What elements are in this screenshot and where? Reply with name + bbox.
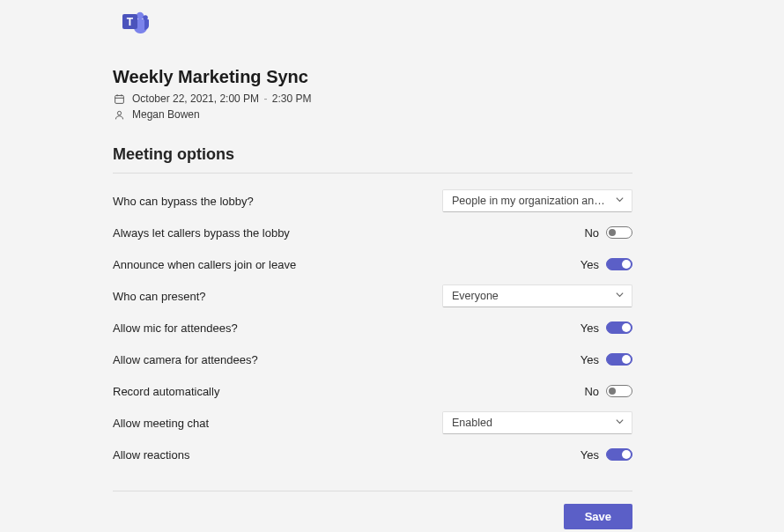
toggle-state: Yes xyxy=(581,448,599,462)
option-announce-join-leave: Announce when callers join or leave Yes xyxy=(113,253,632,276)
option-label: Allow mic for attendees? xyxy=(113,321,238,335)
option-callers-bypass: Always let callers bypass the lobby No xyxy=(113,221,632,244)
option-label: Who can bypass the lobby? xyxy=(113,195,254,208)
meeting-start: October 22, 2021, 2:00 PM xyxy=(132,92,259,105)
option-label: Allow camera for attendees? xyxy=(113,353,258,366)
organizer-row: Megan Bowen xyxy=(113,108,632,121)
option-label: Allow reactions xyxy=(113,448,189,462)
calendar-icon xyxy=(113,92,125,105)
allow-mic-toggle[interactable] xyxy=(606,321,632,334)
record-auto-toggle[interactable] xyxy=(606,385,632,397)
dropdown-value: Enabled xyxy=(452,417,492,429)
option-allow-mic: Allow mic for attendees? Yes xyxy=(113,316,632,339)
divider xyxy=(113,173,632,174)
announce-toggle[interactable] xyxy=(606,258,632,270)
callers-bypass-toggle[interactable] xyxy=(606,226,632,239)
teams-logo-icon: T xyxy=(118,5,632,41)
option-label: Allow meeting chat xyxy=(113,417,209,430)
svg-point-0 xyxy=(137,12,144,19)
toggle-state: Yes xyxy=(581,353,599,366)
svg-rect-4 xyxy=(115,95,123,103)
option-record-auto: Record automatically No xyxy=(113,380,632,403)
meeting-end: 2:30 PM xyxy=(272,92,312,105)
option-label: Who can present? xyxy=(113,290,206,303)
toggle-state: No xyxy=(584,226,599,240)
time-separator: - xyxy=(263,92,267,105)
option-allow-reactions: Allow reactions Yes xyxy=(113,443,632,466)
option-label: Always let callers bypass the lobby xyxy=(113,226,290,240)
option-allow-camera: Allow camera for attendees? Yes xyxy=(113,348,632,371)
dropdown-value: People in my organization and gu… xyxy=(452,195,610,207)
toggle-state: Yes xyxy=(581,321,599,335)
section-title: Meeting options xyxy=(113,145,632,164)
dropdown-value: Everyone xyxy=(452,290,499,302)
chevron-down-icon xyxy=(615,195,625,207)
option-meeting-chat: Allow meeting chat Enabled xyxy=(113,411,632,434)
chevron-down-icon xyxy=(615,290,625,302)
option-label: Announce when callers join or leave xyxy=(113,258,296,271)
option-bypass-lobby: Who can bypass the lobby? People in my o… xyxy=(113,189,632,212)
allow-reactions-toggle[interactable] xyxy=(606,448,632,461)
toggle-state: Yes xyxy=(581,258,599,271)
save-button[interactable]: Save xyxy=(564,504,632,529)
meeting-title: Weekly Marketing Sync xyxy=(113,67,632,87)
meeting-chat-dropdown[interactable]: Enabled xyxy=(442,411,632,434)
toggle-state: No xyxy=(584,385,599,398)
organizer-name: Megan Bowen xyxy=(132,108,200,121)
option-who-present: Who can present? Everyone xyxy=(113,284,632,307)
bypass-lobby-dropdown[interactable]: People in my organization and gu… xyxy=(442,189,632,212)
chevron-down-icon xyxy=(615,417,625,429)
meeting-datetime-row: October 22, 2021, 2:00 PM - 2:30 PM xyxy=(113,92,632,105)
option-label: Record automatically xyxy=(113,385,219,398)
allow-camera-toggle[interactable] xyxy=(606,353,632,366)
svg-point-1 xyxy=(143,15,148,20)
person-icon xyxy=(113,108,125,121)
svg-point-8 xyxy=(117,111,121,115)
svg-text:T: T xyxy=(127,16,134,28)
footer: Save xyxy=(113,491,632,529)
who-present-dropdown[interactable]: Everyone xyxy=(442,284,632,307)
